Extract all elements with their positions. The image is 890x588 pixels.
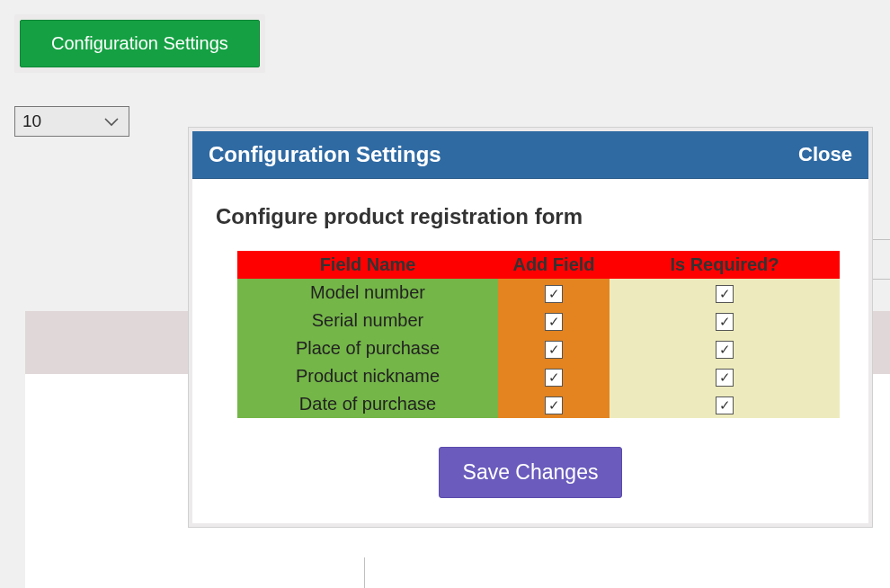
- table-row: Date of purchase✓✓: [237, 390, 840, 418]
- config-button-wrap: Configuration Settings: [14, 14, 265, 73]
- field-name-cell: Serial number: [237, 307, 498, 334]
- modal-close-button[interactable]: Close: [798, 143, 852, 166]
- table-row: Model number✓✓: [237, 279, 840, 307]
- table-row: Place of purchase✓✓: [237, 334, 840, 362]
- configuration-settings-button[interactable]: Configuration Settings: [20, 20, 260, 67]
- is-required-checkbox[interactable]: ✓: [716, 369, 734, 387]
- page-size-select[interactable]: 10: [14, 106, 129, 137]
- add-field-checkbox[interactable]: ✓: [545, 369, 563, 387]
- table-row: Serial number✓✓: [237, 307, 840, 334]
- add-field-cell: ✓: [498, 390, 610, 418]
- modal-subtitle: Configure product registration form: [216, 204, 845, 229]
- config-fields-table: Field Name Add Field Is Required? Model …: [237, 251, 840, 418]
- is-required-checkbox[interactable]: ✓: [716, 396, 734, 414]
- chevron-down-icon: [103, 116, 120, 127]
- is-required-cell: ✓: [610, 279, 840, 307]
- add-field-checkbox[interactable]: ✓: [545, 285, 563, 303]
- add-field-checkbox[interactable]: ✓: [545, 313, 563, 331]
- is-required-checkbox[interactable]: ✓: [716, 313, 734, 331]
- add-field-cell: ✓: [498, 362, 610, 390]
- save-button-wrap: Save Changes: [216, 447, 845, 498]
- field-name-cell: Model number: [237, 279, 498, 307]
- is-required-cell: ✓: [610, 362, 840, 390]
- add-field-cell: ✓: [498, 334, 610, 362]
- add-field-cell: ✓: [498, 307, 610, 334]
- vertical-divider: [364, 557, 365, 588]
- col-header-field-name: Field Name: [237, 251, 498, 279]
- add-field-cell: ✓: [498, 279, 610, 307]
- page-size-select-value: 10: [15, 111, 41, 131]
- add-field-checkbox[interactable]: ✓: [545, 341, 563, 359]
- is-required-checkbox[interactable]: ✓: [716, 341, 734, 359]
- modal-body: Configure product registration form Fiel…: [192, 179, 868, 523]
- add-field-checkbox[interactable]: ✓: [545, 396, 563, 414]
- is-required-cell: ✓: [610, 307, 840, 334]
- modal-header: Configuration Settings Close: [192, 131, 868, 179]
- configuration-settings-modal: Configuration Settings Close Configure p…: [189, 128, 872, 527]
- field-name-cell: Date of purchase: [237, 390, 498, 418]
- save-changes-button[interactable]: Save Changes: [439, 447, 623, 498]
- page-size-select-wrap: 10: [14, 106, 129, 137]
- modal-title: Configuration Settings: [209, 142, 441, 167]
- is-required-cell: ✓: [610, 390, 840, 418]
- is-required-checkbox[interactable]: ✓: [716, 285, 734, 303]
- table-row: Product nickname✓✓: [237, 362, 840, 390]
- col-header-is-required: Is Required?: [610, 251, 840, 279]
- field-name-cell: Product nickname: [237, 362, 498, 390]
- col-header-add-field: Add Field: [498, 251, 610, 279]
- is-required-cell: ✓: [610, 334, 840, 362]
- field-name-cell: Place of purchase: [237, 334, 498, 362]
- table-header-row: Field Name Add Field Is Required?: [237, 251, 840, 279]
